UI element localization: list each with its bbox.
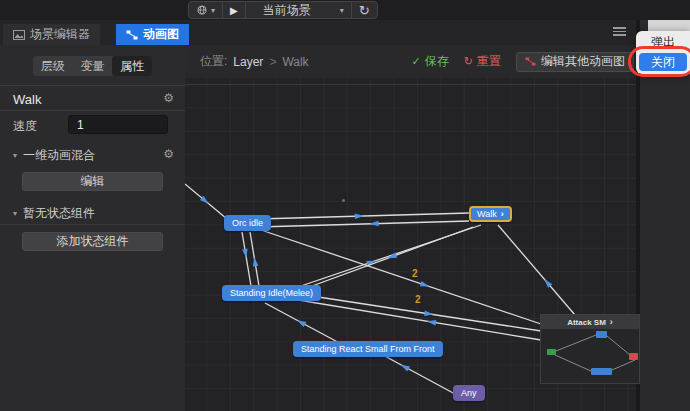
chevron-right-icon: › — [501, 209, 504, 219]
caret-down-icon: ▾ — [340, 6, 344, 15]
grid-line — [185, 84, 640, 85]
graph-node-standing-idle[interactable]: Standing Idle(Melee) — [222, 285, 321, 301]
right-panel-topbar — [640, 0, 690, 20]
graph-actions: ✓ 保存 ↻ 重置 编辑其他动画图 — [412, 52, 634, 72]
node-label: Standing React Small From Front — [301, 344, 435, 354]
breadcrumb-prefix: 位置: — [200, 53, 227, 70]
sidebar-tab-properties[interactable]: 属性 — [112, 56, 152, 76]
edit-blend-button[interactable]: 编辑 — [22, 172, 163, 191]
menu-item-popout[interactable]: 弹出 — [636, 33, 690, 52]
breadcrumb-layer[interactable]: Layer — [233, 55, 263, 69]
divider — [0, 85, 185, 86]
tab-label: 场景编辑器 — [30, 26, 90, 43]
menu-item-close[interactable]: 关闭 — [639, 53, 687, 71]
breadcrumb-separator: > — [269, 55, 276, 69]
node-label: Standing Idle(Melee) — [230, 288, 313, 298]
scene-icon — [13, 30, 25, 40]
speed-input[interactable] — [68, 115, 168, 134]
subgraph-body — [541, 329, 639, 383]
subgraph-header[interactable]: Attack SM › — [541, 315, 639, 329]
add-state-component-button[interactable]: 添加状态组件 — [22, 232, 163, 251]
save-label: 保存 — [425, 53, 449, 70]
transition-count-label: 2 — [412, 268, 418, 279]
blend-section-header[interactable]: ▾ 一维动画混合 — [13, 147, 95, 164]
canvas-dot — [342, 199, 345, 202]
components-section-title: 暂无状态组件 — [23, 205, 95, 222]
check-icon: ✓ — [412, 55, 421, 68]
sidebar-tab-hierarchy[interactable]: 层级 — [33, 56, 73, 76]
animation-graph-icon — [126, 30, 138, 40]
graph-canvas[interactable]: Orc idleWalk›Standing Idle(Melee)Standin… — [185, 78, 640, 411]
refresh-icon: ↻ — [359, 3, 370, 18]
play-button[interactable]: ▶ — [223, 2, 245, 18]
reset-button[interactable]: ↻ 重置 — [464, 53, 501, 70]
panel-menu-button[interactable] — [613, 27, 626, 36]
node-label: Walk — [477, 209, 497, 219]
scene-run-toolbar: ▾ ▶ 当前场景 ▾ ↻ — [188, 1, 378, 19]
divider — [0, 110, 185, 111]
editor-tabstrip: 场景编辑器 动画图 — [0, 20, 640, 45]
hamburger-icon — [613, 34, 626, 36]
node-label: Any — [461, 388, 477, 398]
hamburger-icon — [613, 27, 626, 29]
subgraph-mini-node — [629, 353, 638, 360]
collapse-triangle-icon: ▾ — [13, 151, 17, 160]
platform-select-button[interactable]: ▾ — [189, 2, 222, 18]
sidebar-tabs: 层级 变量 属性 — [33, 56, 152, 76]
play-icon: ▶ — [230, 5, 238, 16]
scene-selector[interactable]: 当前场景 ▾ — [246, 2, 351, 18]
blend-section-title: 一维动画混合 — [23, 147, 95, 164]
caret-down-icon: ▾ — [211, 6, 215, 15]
sidebar-tab-variables[interactable]: 变量 — [73, 56, 113, 76]
globe-icon — [196, 5, 208, 15]
edit-other-label: 编辑其他动画图 — [541, 53, 625, 70]
attack-sm-subgraph-panel[interactable]: Attack SM › — [540, 314, 640, 384]
collapse-triangle-icon: ▾ — [13, 209, 17, 218]
tab-animation-graph[interactable]: 动画图 — [116, 24, 189, 45]
breadcrumb: 位置: Layer > Walk — [200, 53, 309, 70]
subgraph-edges — [541, 329, 639, 383]
top-toolbar: ▾ ▶ 当前场景 ▾ ↻ 192.1 — [0, 0, 690, 20]
chevron-right-icon: › — [610, 317, 613, 327]
transition-count-label: 2 — [415, 294, 421, 305]
hamburger-icon — [613, 31, 626, 33]
inspector-sidebar: 层级 变量 属性 Walk ⚙ 速度 ▾ 一维动画混合 ⚙ 编辑 ▾ 暂无状态组… — [0, 45, 185, 411]
save-button[interactable]: ✓ 保存 — [412, 53, 449, 70]
breadcrumb-current: Walk — [282, 55, 308, 69]
reset-icon: ↻ — [464, 55, 473, 68]
divider — [0, 224, 185, 225]
gear-icon[interactable]: ⚙ — [163, 147, 174, 161]
graph-node-orc-idle[interactable]: Orc idle — [224, 215, 271, 231]
tab-label: 动画图 — [143, 26, 179, 43]
graph-node-walk[interactable]: Walk› — [469, 206, 512, 222]
graph-node-standing-react[interactable]: Standing React Small From Front — [293, 341, 443, 357]
tab-scene-editor[interactable]: 场景编辑器 — [3, 24, 100, 45]
subgraph-mini-node — [596, 331, 607, 338]
reset-label: 重置 — [477, 53, 501, 70]
panel-context-menu: 弹出 关闭 — [636, 31, 690, 74]
edit-other-graph-button[interactable]: 编辑其他动画图 — [516, 52, 634, 72]
animation-graph-editor-window: ▾ ▶ 当前场景 ▾ ↻ 192.1 场景编辑器 — [0, 0, 690, 411]
animation-graph-panel: 位置: Layer > Walk ✓ 保存 ↻ 重置 — [185, 45, 640, 411]
scene-selector-label: 当前场景 — [253, 2, 337, 19]
subgraph-mini-node — [591, 368, 612, 375]
components-section-header[interactable]: ▾ 暂无状态组件 — [13, 205, 95, 222]
graph-header: 位置: Layer > Walk ✓ 保存 ↻ 重置 — [185, 45, 640, 78]
subgraph-mini-node — [547, 349, 556, 355]
gear-icon[interactable]: ⚙ — [163, 91, 174, 105]
node-label: Orc idle — [232, 218, 263, 228]
refresh-scene-button[interactable]: ↻ — [352, 2, 377, 18]
animation-graph-icon — [525, 57, 536, 66]
graph-node-any[interactable]: Any — [453, 385, 485, 401]
subgraph-title: Attack SM — [567, 318, 606, 327]
state-name-title: Walk — [13, 92, 41, 107]
speed-label: 速度 — [13, 118, 37, 135]
